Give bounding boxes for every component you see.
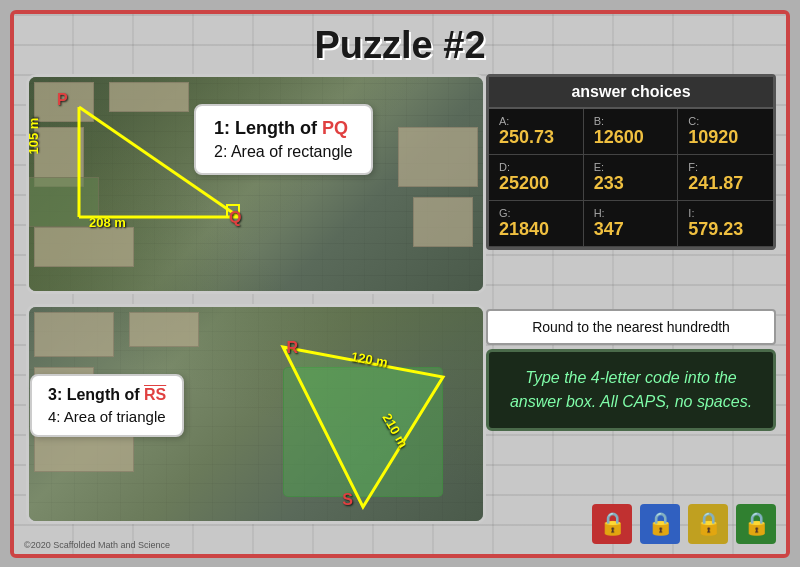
value-c: 10920 — [688, 127, 763, 148]
letter-e: E: — [594, 161, 668, 173]
outer-frame: Puzzle #2 — [0, 0, 800, 567]
point-s-label: S — [342, 491, 353, 509]
answer-cell-g: G: 21840 — [489, 201, 584, 247]
value-h: 347 — [594, 219, 668, 240]
pq-label: PQ — [322, 118, 348, 138]
problem-2: 2: Area of rectangle — [214, 143, 353, 161]
letter-i: I: — [688, 207, 763, 219]
dim-105m: 105 m — [26, 117, 41, 154]
answer-header: answer choices — [489, 77, 773, 109]
point-p-label: P — [57, 91, 68, 109]
problem-3: 3: Length of RS — [48, 386, 166, 404]
info-box-bottom: 3: Length of RS 4: Area of triangle — [30, 374, 184, 437]
svg-marker-4 — [283, 347, 443, 507]
answer-cell-c: C: 10920 — [678, 109, 773, 155]
value-g: 21840 — [499, 219, 573, 240]
letter-b: B: — [594, 115, 668, 127]
point-q-label: Q — [229, 209, 241, 227]
value-i: 579.23 — [688, 219, 763, 240]
problem-1: 1: Length of PQ — [214, 118, 353, 139]
building-6 — [413, 197, 473, 247]
letter-c: C: — [688, 115, 763, 127]
round-note: Round to the nearest hundredth — [486, 309, 776, 345]
letter-f: F: — [688, 161, 763, 173]
lock-red[interactable]: 🔒 — [592, 504, 632, 544]
value-a: 250.73 — [499, 127, 573, 148]
building-5 — [398, 127, 478, 187]
value-f: 241.87 — [688, 173, 763, 194]
letter-a: A: — [499, 115, 573, 127]
rs-label: RS — [144, 386, 166, 403]
b-building-1 — [34, 312, 114, 357]
answer-cell-i: I: 579.23 — [678, 201, 773, 247]
answer-cell-d: D: 25200 — [489, 155, 584, 201]
copyright: ©2020 Scaffolded Math and Science — [24, 540, 170, 550]
value-b: 12600 — [594, 127, 668, 148]
type-code-box: Type the 4-letter code into the answer b… — [486, 349, 776, 431]
problem-1-prefix: 1: Length of — [214, 118, 322, 138]
problem-3-prefix: 3: Length of — [48, 386, 144, 403]
value-d: 25200 — [499, 173, 573, 194]
lock-blue[interactable]: 🔒 — [640, 504, 680, 544]
info-box-top: 1: Length of PQ 2: Area of rectangle — [194, 104, 373, 175]
value-e: 233 — [594, 173, 668, 194]
letter-h: H: — [594, 207, 668, 219]
answer-cell-b: B: 12600 — [584, 109, 679, 155]
problem-4: 4: Area of triangle — [48, 408, 166, 425]
letter-g: G: — [499, 207, 573, 219]
answer-cell-e: E: 233 — [584, 155, 679, 201]
letter-d: D: — [499, 161, 573, 173]
answer-panel: answer choices A: 250.73 B: 12600 C: 109… — [486, 74, 776, 250]
point-r-label: R — [286, 339, 298, 357]
answer-grid: A: 250.73 B: 12600 C: 10920 D: 25200 E: — [489, 109, 773, 247]
puzzle-title: Puzzle #2 — [314, 24, 485, 67]
main-card: Puzzle #2 — [10, 10, 790, 558]
b-building-4 — [129, 312, 199, 347]
answer-cell-h: H: 347 — [584, 201, 679, 247]
type-code-text: Type the 4-letter code into the answer b… — [505, 366, 757, 414]
lock-yellow[interactable]: 🔒 — [688, 504, 728, 544]
locks-row: 🔒 🔒 🔒 🔒 — [592, 504, 776, 544]
answer-cell-a: A: 250.73 — [489, 109, 584, 155]
answer-cell-f: F: 241.87 — [678, 155, 773, 201]
lock-green[interactable]: 🔒 — [736, 504, 776, 544]
dim-208m: 208 m — [89, 215, 126, 230]
